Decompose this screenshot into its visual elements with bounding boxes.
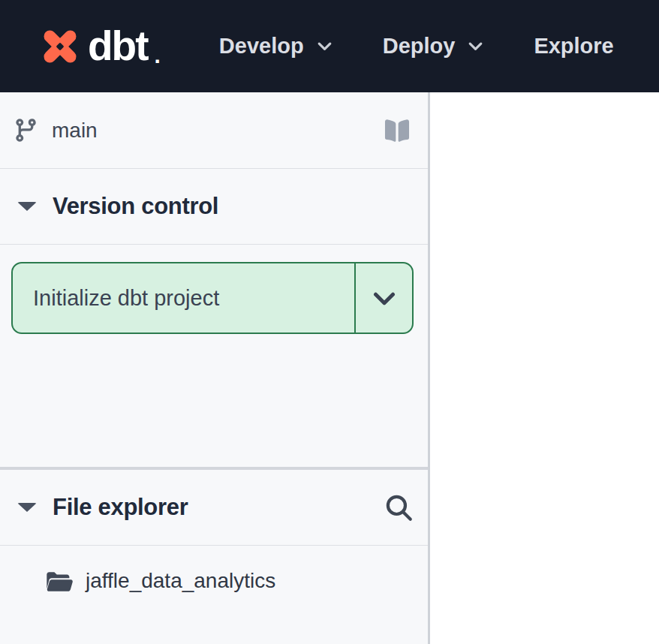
top-navbar: dbt . Develop Deploy Explore — [0, 0, 659, 92]
dbt-logo-mark-icon — [39, 26, 81, 68]
git-branch-icon — [13, 117, 39, 143]
initialize-dbt-project-button[interactable]: Initialize dbt project — [13, 263, 354, 333]
main-row: main Version control Initialize dbt proj… — [0, 92, 659, 644]
file-explorer-section-header[interactable]: File explorer — [0, 470, 428, 546]
editor-empty-area — [430, 92, 659, 644]
chevron-down-icon — [314, 36, 335, 56]
dbt-logo-dot: . — [155, 43, 161, 68]
docs-book-icon[interactable] — [383, 118, 411, 143]
file-tree: jaffle_data_analytics — [0, 546, 428, 644]
ide-sidebar: main Version control Initialize dbt proj… — [0, 92, 430, 644]
main-nav: Develop Deploy Explore — [219, 34, 614, 59]
chevron-down-icon — [465, 36, 486, 56]
collapse-triangle-icon — [17, 503, 37, 512]
nav-item-deploy-label: Deploy — [383, 34, 456, 59]
collapse-triangle-icon — [17, 202, 37, 211]
folder-open-icon — [45, 570, 73, 593]
file-search-icon[interactable] — [382, 491, 415, 524]
branch-bar[interactable]: main — [0, 92, 428, 169]
nav-item-deploy[interactable]: Deploy — [383, 34, 486, 59]
nav-item-develop-label: Develop — [219, 34, 304, 59]
file-tree-item-label: jaffle_data_analytics — [86, 569, 275, 593]
nav-item-explore[interactable]: Explore — [534, 34, 613, 59]
version-control-section-header[interactable]: Version control — [0, 169, 428, 245]
current-branch-name: main — [52, 119, 98, 143]
nav-item-develop[interactable]: Develop — [219, 34, 335, 59]
version-control-title: Version control — [53, 193, 218, 220]
dbt-logo[interactable]: dbt . — [39, 26, 161, 68]
init-dropdown-toggle[interactable] — [356, 263, 412, 333]
file-tree-row-jaffle-data-analytics[interactable]: jaffle_data_analytics — [0, 558, 428, 604]
nav-item-explore-label: Explore — [534, 34, 613, 59]
dbt-logo-text: dbt — [88, 26, 148, 67]
initialize-dbt-project-split-button: Initialize dbt project — [11, 262, 414, 334]
file-explorer-title: File explorer — [53, 494, 188, 521]
version-control-panel: Initialize dbt project — [0, 245, 428, 467]
